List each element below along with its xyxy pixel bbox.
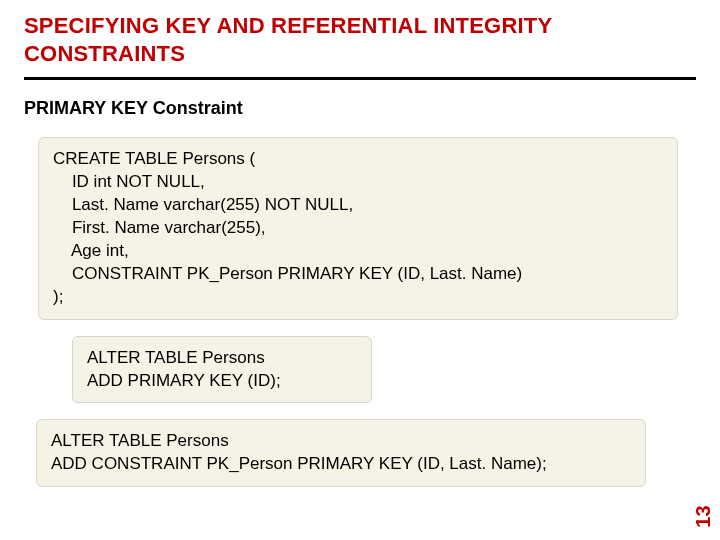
code-block-create-table: CREATE TABLE Persons ( ID int NOT NULL, … [38,137,678,320]
code-block-alter-add-constraint: ALTER TABLE Persons ADD CONSTRAINT PK_Pe… [36,419,646,487]
slide-title: SPECIFYING KEY AND REFERENTIAL INTEGRITY… [24,12,696,67]
slide: SPECIFYING KEY AND REFERENTIAL INTEGRITY… [0,0,720,540]
page-number: 13 [691,505,714,527]
code-block-alter-add-pk: ALTER TABLE Persons ADD PRIMARY KEY (ID)… [72,336,372,404]
slide-subtitle: PRIMARY KEY Constraint [24,98,696,119]
title-divider [24,77,696,80]
